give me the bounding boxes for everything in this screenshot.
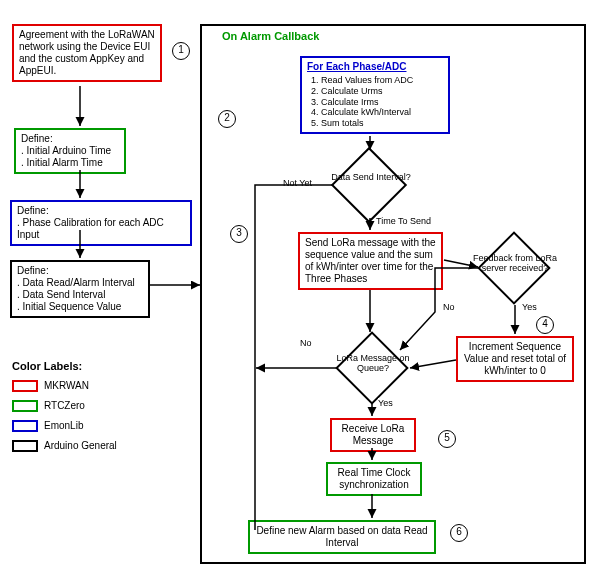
step-circle-6: 6 (450, 524, 468, 542)
newalarm-text: Define new Alarm based on data Read Inte… (256, 525, 427, 548)
step-circle-3: 3 (230, 225, 248, 243)
label-feedback-no: No (443, 302, 455, 312)
foreach-step-2: Calculate Urms (321, 86, 443, 97)
legend-rtczero-label: RTCZero (44, 400, 85, 411)
legend-mkrwan: MKRWAN (12, 380, 89, 392)
define2-head: Define: (17, 205, 49, 216)
box-define-time: Define: . Initial Arduino Time . Initial… (14, 128, 126, 174)
define1-head: Define: (21, 133, 53, 144)
decision-queue-label: LoRa Message on Queue? (328, 353, 418, 373)
legend-emonlib-label: EmonLib (44, 420, 83, 431)
label-queue-no: No (300, 338, 312, 348)
box-foreach: For Each Phase/ADC Read Values from ADC … (300, 56, 450, 134)
label-queue-yes: Yes (378, 398, 393, 408)
define3-head: Define: (17, 265, 49, 276)
box-define-phase: Define: . Phase Calibration for each ADC… (10, 200, 192, 246)
foreach-step-4: Calculate kWh/Interval (321, 107, 443, 118)
step-circle-4: 4 (536, 316, 554, 334)
define3-c: . Initial Sequence Value (17, 301, 121, 312)
legend-arduino: Arduino General (12, 440, 117, 452)
swatch-blue (12, 420, 38, 432)
foreach-step-5: Sum totals (321, 118, 443, 129)
define3-b: . Data Send Interval (17, 289, 105, 300)
legend-rtczero: RTCZero (12, 400, 85, 412)
send-lora-text: Send LoRa message with the sequence valu… (305, 237, 436, 284)
swatch-green (12, 400, 38, 412)
box-receive-lora: Receive LoRa Message (330, 418, 416, 452)
legend-mkrwan-label: MKRWAN (44, 380, 89, 391)
foreach-step-3: Calculate Irms (321, 97, 443, 108)
swatch-black (12, 440, 38, 452)
foreach-step-1: Read Values from ADC (321, 75, 443, 86)
label-time-to-send: Time To Send (376, 216, 431, 226)
increment-text: Increment Sequence Value and reset total… (464, 341, 566, 376)
box-send-lora: Send LoRa message with the sequence valu… (298, 232, 443, 290)
box-rtc-sync: Real Time Clock synchronization (326, 462, 422, 496)
step-circle-5: 5 (438, 430, 456, 448)
box-new-alarm: Define new Alarm based on data Read Inte… (248, 520, 436, 554)
receive-text: Receive LoRa Message (342, 423, 405, 446)
step-circle-2: 2 (218, 110, 236, 128)
box-agreement: Agreement with the LoRaWAN network using… (12, 24, 162, 82)
rtc-text: Real Time Clock synchronization (338, 467, 411, 490)
box-increment: Increment Sequence Value and reset total… (456, 336, 574, 382)
callback-title: On Alarm Callback (222, 30, 319, 42)
swatch-red (12, 380, 38, 392)
step-circle-1: 1 (172, 42, 190, 60)
define1-a: . Initial Arduino Time (21, 145, 111, 156)
define1-b: . Initial Alarm Time (21, 157, 103, 168)
define3-a: . Data Read/Alarm Interval (17, 277, 135, 288)
text-agreement: Agreement with the LoRaWAN network using… (19, 29, 155, 76)
legend-arduino-label: Arduino General (44, 440, 117, 451)
legend-title: Color Labels: (12, 360, 82, 372)
label-not-yet: Not Yet (283, 178, 312, 188)
decision-feedback-label: Feedback from LoRa server received? (470, 253, 560, 273)
legend-emonlib: EmonLib (12, 420, 83, 432)
label-feedback-yes: Yes (522, 302, 537, 312)
decision-send-interval-label: Data Send Interval? (326, 172, 416, 182)
foreach-head: For Each Phase/ADC (307, 61, 406, 72)
define2-a: . Phase Calibration for each ADC Input (17, 217, 164, 240)
box-define-intervals: Define: . Data Read/Alarm Interval . Dat… (10, 260, 150, 318)
